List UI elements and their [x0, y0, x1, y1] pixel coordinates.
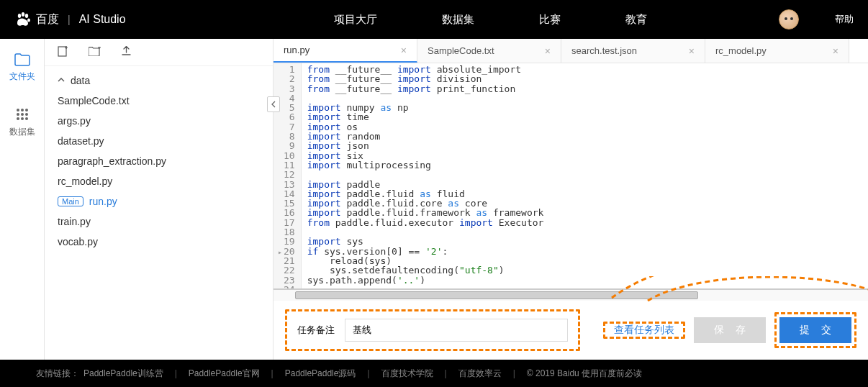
nav-link-competition[interactable]: 比赛 — [539, 13, 561, 27]
svg-point-10 — [17, 117, 19, 120]
tree-file-main[interactable]: Main run.py — [45, 191, 273, 211]
view-tasks-link[interactable]: 查看任务列表 — [605, 317, 683, 342]
task-note-input[interactable] — [345, 319, 568, 342]
svg-point-2 — [25, 14, 28, 18]
svg-point-3 — [27, 18, 30, 22]
tree-file[interactable]: vocab.py — [45, 232, 273, 252]
tab-label: SampleCode.txt — [428, 45, 494, 56]
footer-prefix: 友情链接： — [36, 368, 79, 380]
tree-file[interactable]: paragraph_extraction.py — [45, 151, 273, 171]
submit-button[interactable]: 提 交 — [779, 317, 851, 343]
svg-point-11 — [21, 117, 24, 120]
file-panel: data SampleCode.txt args.py dataset.py p… — [45, 39, 273, 360]
footer: 友情链接： PaddlePaddle训练营| PaddlePaddle官网| P… — [0, 360, 868, 387]
new-file-icon[interactable] — [58, 46, 68, 59]
brand-studio: AI Studio — [79, 13, 126, 26]
tree-file[interactable]: args.py — [45, 111, 273, 131]
svg-point-0 — [18, 14, 21, 18]
main-area: 文件夹 数据集 data SampleCode.txt args.py data… — [0, 39, 868, 360]
footer-link[interactable]: PaddlePaddle源码 — [285, 368, 356, 380]
close-icon[interactable]: × — [401, 45, 407, 56]
submit-box: 提 交 — [774, 312, 856, 348]
tree-file[interactable]: rc_model.py — [45, 171, 273, 191]
svg-rect-13 — [58, 47, 66, 56]
task-note-box: 任务备注 — [285, 309, 580, 351]
nav-right: 帮助 — [779, 9, 854, 29]
file-tree: data SampleCode.txt args.py dataset.py p… — [45, 66, 273, 256]
tab-label: rc_model.py — [715, 45, 767, 56]
tree-file[interactable]: SampleCode.txt — [45, 91, 273, 111]
footer-link[interactable]: 百度技术学院 — [381, 368, 433, 380]
top-nav: 百度 | AI Studio 项目大厅 数据集 比赛 教育 帮助 — [0, 0, 868, 39]
save-button[interactable]: 保 存 — [694, 317, 766, 343]
logo-area: 百度 | AI Studio — [14, 11, 202, 28]
horizontal-scrollbar[interactable] — [273, 289, 868, 301]
svg-point-6 — [25, 109, 28, 111]
svg-point-12 — [25, 117, 28, 120]
tree-root[interactable]: data — [45, 70, 273, 91]
code-view[interactable]: 12345678910111213141516171819▸2021222324… — [273, 63, 868, 289]
file-toolbar — [45, 39, 273, 66]
rail-datasets-label: 数据集 — [9, 126, 35, 138]
tab-sample[interactable]: SampleCode.txt × — [417, 39, 561, 63]
caret-down-icon — [58, 75, 65, 86]
baidu-paw-icon — [14, 11, 32, 28]
main-badge: Main — [58, 196, 83, 206]
footer-link[interactable]: PaddlePaddle训练营 — [83, 368, 163, 380]
view-tasks-box: 查看任务列表 — [603, 322, 685, 339]
close-icon[interactable]: × — [689, 45, 695, 57]
nav-link-education[interactable]: 教育 — [625, 13, 647, 27]
rail-files[interactable]: 文件夹 — [9, 53, 35, 83]
nav-link-datasets[interactable]: 数据集 — [442, 13, 474, 27]
tab-label: run.py — [284, 45, 309, 55]
svg-point-8 — [21, 113, 24, 116]
tree-file[interactable]: dataset.py — [45, 131, 273, 151]
editor-area: run.py × SampleCode.txt × search.test.js… — [273, 39, 868, 360]
bottom-bar: 任务备注 查看任务列表 保 存 提 交 — [273, 301, 868, 360]
svg-point-5 — [21, 109, 24, 111]
svg-point-4 — [17, 109, 19, 111]
tab-rcmodel[interactable]: rc_model.py × — [705, 39, 849, 63]
brand-cn: 百度 — [36, 12, 59, 27]
rail-datasets[interactable]: 数据集 — [9, 107, 35, 138]
close-icon[interactable]: × — [545, 45, 551, 57]
tab-search[interactable]: search.test.json × — [561, 39, 705, 63]
collapse-panel-icon[interactable] — [267, 96, 280, 112]
nav-links: 项目大厅 数据集 比赛 教育 — [202, 13, 779, 27]
footer-link[interactable]: PaddlePaddle官网 — [189, 368, 260, 380]
avatar[interactable] — [779, 9, 799, 29]
svg-point-9 — [25, 113, 28, 116]
svg-point-7 — [17, 113, 19, 116]
svg-point-1 — [22, 12, 24, 17]
scrollbar-thumb[interactable] — [295, 291, 698, 299]
close-icon[interactable]: × — [833, 45, 838, 57]
new-folder-icon[interactable] — [89, 47, 101, 58]
main-file-name: run.py — [89, 196, 117, 207]
left-rail: 文件夹 数据集 — [0, 39, 45, 360]
task-note-label: 任务备注 — [297, 324, 335, 337]
rail-files-label: 文件夹 — [9, 70, 35, 83]
tab-label: search.test.json — [571, 45, 637, 56]
nav-link-projects[interactable]: 项目大厅 — [334, 13, 377, 27]
tree-root-label: data — [71, 75, 90, 86]
footer-copyright: © 2019 Baidu 使用百度前必读 — [527, 368, 642, 380]
tab-run[interactable]: run.py × — [273, 39, 417, 63]
brand-divider: | — [68, 14, 71, 25]
nav-help[interactable]: 帮助 — [835, 13, 854, 26]
footer-link[interactable]: 百度效率云 — [458, 368, 502, 380]
upload-icon[interactable] — [121, 46, 132, 59]
code-lines[interactable]: from __future__ import absolute_importfr… — [302, 63, 868, 288]
tab-bar: run.py × SampleCode.txt × search.test.js… — [273, 39, 868, 63]
tree-file[interactable]: train.py — [45, 211, 273, 232]
